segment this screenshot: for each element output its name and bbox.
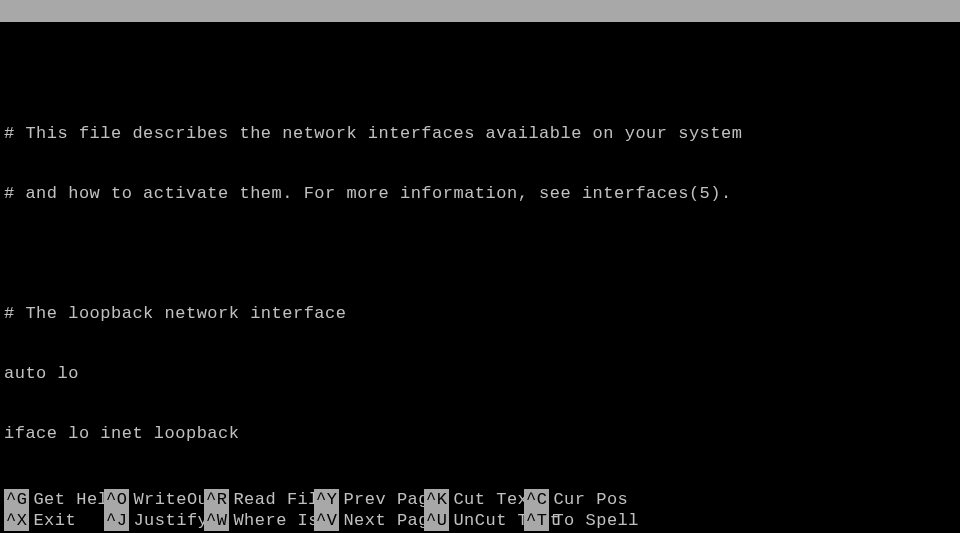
- file-line: iface lo inet loopback: [4, 424, 956, 444]
- titlebar: GNU nano 2.2.6 File: /etc/network/interf…: [0, 0, 960, 22]
- file-label: File: /etc/network/interfaces: [325, 23, 635, 42]
- shortcut-key: ^R: [204, 489, 229, 510]
- file-line: # The loopback network interface: [4, 304, 956, 324]
- file-line: # and how to activate them. For more inf…: [4, 184, 956, 204]
- shortcut-key: ^X: [4, 510, 29, 531]
- shortcut-item[interactable]: ^UUnCut Text: [424, 510, 524, 531]
- file-line: [4, 244, 956, 264]
- shortcut-row-1: ^GGet Help ^OWriteOut ^RRead File ^YPrev…: [4, 489, 956, 510]
- shortcut-key: ^W: [204, 510, 229, 531]
- shortcut-label: Cur Pos: [549, 489, 628, 510]
- shortcut-item[interactable]: ^XExit: [4, 510, 104, 531]
- shortcut-key: ^G: [4, 489, 29, 510]
- editor-area[interactable]: # This file describes the network interf…: [0, 22, 960, 533]
- shortcut-item[interactable]: ^WWhere Is: [204, 510, 314, 531]
- file-line: # This file describes the network interf…: [4, 124, 956, 144]
- file-line: auto lo: [4, 364, 956, 384]
- shortcut-item[interactable]: ^RRead File: [204, 489, 314, 510]
- shortcut-item[interactable]: ^GGet Help: [4, 489, 104, 510]
- shortcut-item[interactable]: ^VNext Page: [314, 510, 424, 531]
- shortcut-item[interactable]: ^OWriteOut: [104, 489, 204, 510]
- shortcut-item[interactable]: ^KCut Text: [424, 489, 524, 510]
- shortcut-key: ^J: [104, 510, 129, 531]
- shortcut-key: ^C: [524, 489, 549, 510]
- shortcut-item[interactable]: ^YPrev Page: [314, 489, 424, 510]
- shortcut-key: ^V: [314, 510, 339, 531]
- file-line: [4, 64, 956, 84]
- shortcut-key: ^U: [424, 510, 449, 531]
- shortcut-row-2: ^XExit ^JJustify ^WWhere Is ^VNext Page …: [4, 510, 956, 531]
- shortcut-item[interactable]: ^TTo Spell: [524, 510, 614, 531]
- shortcut-label: To Spell: [549, 510, 639, 531]
- shortcut-key: ^T: [524, 510, 549, 531]
- shortcut-key: ^Y: [314, 489, 339, 510]
- shortcut-key: ^K: [424, 489, 449, 510]
- app-name: GNU nano 2.2.6: [25, 23, 196, 42]
- shortcut-item[interactable]: ^JJustify: [104, 510, 204, 531]
- shortcut-bar: ^GGet Help ^OWriteOut ^RRead File ^YPrev…: [0, 489, 960, 533]
- shortcut-item[interactable]: ^CCur Pos: [524, 489, 614, 510]
- shortcut-key: ^O: [104, 489, 129, 510]
